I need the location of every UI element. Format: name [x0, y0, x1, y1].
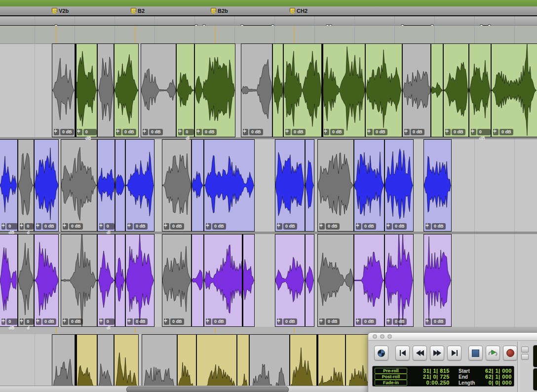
- clip-gain-value[interactable]: 0 dB: [326, 223, 340, 230]
- clip-gain-value[interactable]: 0 dB: [362, 223, 376, 230]
- audio-clip[interactable]: [290, 334, 317, 392]
- clip-gain-value[interactable]: 0 dl: [105, 318, 115, 325]
- audio-clip[interactable]: [114, 334, 139, 392]
- close-button[interactable]: [373, 334, 377, 339]
- audio-clip[interactable]: [317, 334, 345, 392]
- clip-gain-value[interactable]: 0 dB: [69, 223, 83, 230]
- clip-gain-fader-icon[interactable]: [386, 223, 392, 230]
- clip-gain-fader-icon[interactable]: [116, 129, 121, 135]
- audio-clip[interactable]: 0 dB: [114, 43, 139, 137]
- transport-size-toggle-top[interactable]: [521, 347, 529, 353]
- play-button[interactable]: [486, 346, 500, 360]
- clip-gain-value[interactable]: 0 dB: [374, 129, 387, 135]
- audio-clip[interactable]: [192, 234, 204, 327]
- clip-gain-value[interactable]: 0 dB: [249, 129, 263, 135]
- clip-gain-value[interactable]: 0 dB: [83, 129, 97, 135]
- clip-gain-fader-icon[interactable]: [77, 129, 82, 135]
- clip-gain-value[interactable]: 0 dB: [42, 223, 56, 230]
- audio-clip[interactable]: [75, 334, 97, 392]
- clip-gain-value[interactable]: 0 dB: [283, 318, 297, 325]
- clip-gain-fader-icon[interactable]: [206, 223, 211, 230]
- post-roll-toggle[interactable]: Post-roll: [375, 374, 407, 380]
- clip-gain-value[interactable]: 0 dB: [170, 318, 184, 325]
- audio-clip[interactable]: [52, 334, 75, 392]
- clip-gain-value[interactable]: 0 dB: [170, 223, 184, 230]
- record-button[interactable]: [503, 346, 517, 360]
- edit-cursor[interactable]: [75, 44, 77, 137]
- clip-gain-fader-icon[interactable]: [1, 223, 5, 230]
- clip-gain-fader-icon[interactable]: [20, 223, 24, 230]
- clip-gain-value[interactable]: 0 dB: [122, 129, 136, 135]
- audio-clip[interactable]: 0 dB: [354, 139, 384, 232]
- clip-gain-value[interactable]: 0 dB: [477, 129, 491, 135]
- audio-clip[interactable]: 0 dB: [204, 139, 255, 232]
- zoom-button[interactable]: [387, 334, 392, 339]
- clip-gain-fader-icon[interactable]: [285, 129, 291, 135]
- end-value[interactable]: 62| 1| 000: [485, 374, 512, 380]
- return-to-start-button[interactable]: [395, 346, 410, 360]
- clip-gain-value[interactable]: 0 dB: [60, 129, 74, 135]
- audio-clip[interactable]: 0 dB: [317, 139, 354, 232]
- clip-gain-fader-icon[interactable]: [99, 318, 104, 325]
- clip-gain-fader-icon[interactable]: [493, 129, 499, 135]
- clip-gain-value[interactable]: 0 dB: [6, 318, 18, 325]
- audio-clip[interactable]: [142, 334, 177, 392]
- clip-gain-value[interactable]: 0 dB: [134, 318, 148, 325]
- audio-clip[interactable]: 0 dB: [469, 43, 491, 137]
- clip-gain-value[interactable]: 0 dB: [283, 223, 297, 230]
- clip-gain-fader-icon[interactable]: [404, 129, 410, 135]
- clip-gain-fader-icon[interactable]: [206, 318, 211, 325]
- clip-gain-fader-icon[interactable]: [277, 318, 282, 325]
- audio-clip[interactable]: 0 dB: [162, 234, 192, 327]
- rewind-button[interactable]: [413, 346, 427, 360]
- audio-clip[interactable]: 0 dB: [365, 43, 402, 137]
- audio-clip[interactable]: 0 dB: [491, 43, 537, 137]
- clip-gain-fader-icon[interactable]: [425, 223, 431, 230]
- scrollbar-thumb[interactable]: [126, 387, 289, 392]
- clip-gain-value[interactable]: 0 dl: [184, 129, 194, 135]
- audio-clip[interactable]: [97, 43, 114, 137]
- audio-clip[interactable]: 0 dB: [125, 139, 154, 232]
- audio-clip[interactable]: 0 dB: [75, 43, 97, 137]
- clip-gain-value[interactable]: 0 dB: [432, 223, 446, 230]
- audio-clip[interactable]: [237, 334, 249, 392]
- clip-gain-value[interactable]: 0 dB: [212, 318, 226, 325]
- clip-gain-value[interactable]: 0 dB: [134, 223, 148, 230]
- marker-B2[interactable]: B2: [131, 7, 145, 15]
- clip-gain-value[interactable]: 0 dB: [6, 223, 18, 230]
- audio-clip[interactable]: 0 dB: [317, 234, 354, 327]
- clip-gain-fader-icon[interactable]: [324, 129, 329, 135]
- clip-gain-value[interactable]: 0 dl: [105, 223, 115, 230]
- clip-gain-value[interactable]: 0 dB: [362, 318, 376, 325]
- audio-clip[interactable]: [249, 334, 290, 392]
- clip-gain-fader-icon[interactable]: [63, 223, 68, 230]
- clip-gain-value[interactable]: 0 dB: [42, 318, 56, 325]
- clip-gain-fader-icon[interactable]: [356, 223, 361, 230]
- audio-clip[interactable]: 0 d: [18, 139, 34, 232]
- audio-clip[interactable]: 0 dl: [97, 139, 115, 232]
- clip-gain-value[interactable]: 0 dB: [432, 318, 446, 325]
- start-value[interactable]: 62| 1| 000: [485, 368, 512, 374]
- audio-clip[interactable]: 0 dB: [162, 139, 192, 232]
- stop-button[interactable]: [468, 346, 483, 360]
- marker-V2b[interactable]: V2b: [52, 7, 69, 15]
- audio-clip[interactable]: 0 dB: [384, 139, 414, 232]
- audio-clip[interactable]: 0 dB: [34, 139, 59, 232]
- clip-gain-fader-icon[interactable]: [319, 318, 325, 325]
- clip-gain-value[interactable]: 0 dB: [69, 318, 83, 325]
- audio-clip[interactable]: 0 dB: [0, 139, 18, 232]
- pre-roll-toggle[interactable]: Pre-roll: [375, 368, 407, 374]
- clip-gain-fader-icon[interactable]: [36, 223, 41, 230]
- audio-clip[interactable]: 0 dB: [141, 43, 176, 137]
- marker-CH2[interactable]: CH2: [290, 7, 307, 15]
- fast-forward-button[interactable]: [430, 346, 444, 360]
- edit-cursor[interactable]: [317, 335, 318, 392]
- clip-gain-fader-icon[interactable]: [143, 129, 148, 135]
- tempo-ruler-upper[interactable]: [0, 16, 537, 26]
- post-roll-value[interactable]: 21| 0| 725: [423, 374, 450, 380]
- audio-clip[interactable]: [196, 334, 237, 392]
- clip-gain-fader-icon[interactable]: [54, 129, 59, 135]
- audio-clip[interactable]: 0 dB: [125, 234, 154, 327]
- clip-gain-fader-icon[interactable]: [164, 223, 169, 230]
- clip-gain-value[interactable]: 0 dB: [499, 129, 513, 135]
